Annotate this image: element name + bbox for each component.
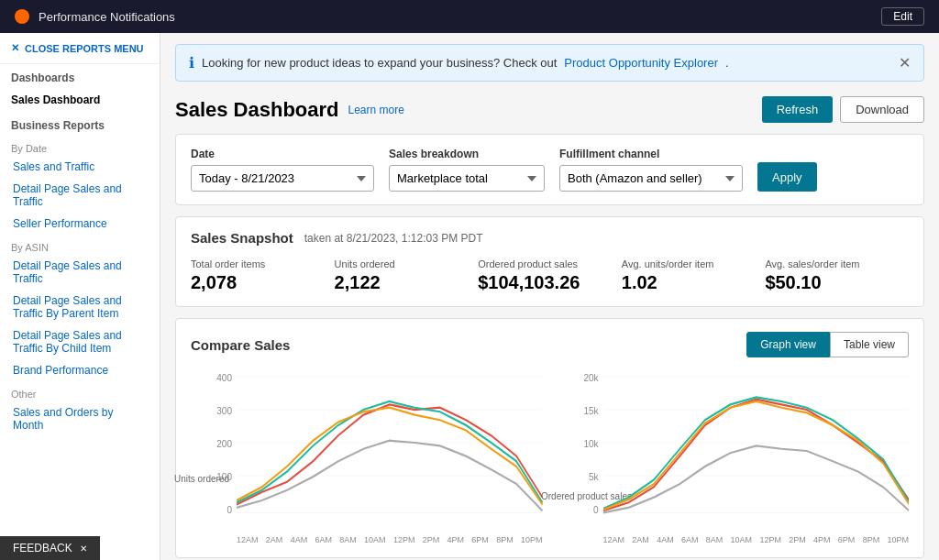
metric-label-4: Avg. sales/order item: [765, 258, 909, 269]
view-toggle: Graph view Table view: [746, 332, 909, 357]
main-layout: ✕ CLOSE REPORTS MENU Dashboards Sales Da…: [0, 33, 939, 560]
metric-avg-sales: Avg. sales/order item $50.10: [765, 258, 909, 293]
date-filter-select[interactable]: Today - 8/21/2023: [191, 165, 374, 192]
x2-tick-4am: 4AM: [657, 535, 674, 544]
graph-view-button[interactable]: Graph view: [746, 332, 830, 357]
metric-value-3: 1.02: [622, 272, 766, 293]
metric-label-1: Units ordered: [335, 258, 479, 269]
banner-text: ℹ Looking for new product ideas to expan…: [189, 54, 729, 71]
download-button[interactable]: Download: [840, 96, 924, 123]
x2-tick-10pm: 10PM: [887, 535, 909, 544]
metric-ordered-product-sales: Ordered product sales $104,103.26: [478, 258, 622, 293]
x-tick-12am: 12AM: [237, 535, 259, 544]
y-tick-20k: 20k: [558, 373, 599, 383]
units-ordered-svg: [237, 368, 543, 533]
close-reports-button[interactable]: ✕ CLOSE REPORTS MENU: [0, 33, 160, 64]
y-tick-200: 200: [191, 439, 232, 449]
topbar: Performance Notifications Edit: [0, 0, 939, 33]
page-title: Sales Dashboard: [175, 98, 339, 122]
x2-tick-12am: 12AM: [603, 535, 625, 544]
metric-label-2: Ordered product sales: [478, 258, 622, 269]
edit-button[interactable]: Edit: [881, 7, 924, 26]
metric-value-0: 2,078: [191, 272, 335, 293]
sidebar-item-detail-page-asin[interactable]: Detail Page Sales and Traffic: [0, 255, 160, 290]
close-icon: ✕: [11, 42, 19, 54]
breakdown-filter-select[interactable]: Marketplace total: [389, 165, 545, 192]
x-tick-4pm: 4PM: [447, 535, 465, 544]
feedback-close-icon: ✕: [80, 544, 87, 554]
sidebar-item-seller-performance[interactable]: Seller Performance: [0, 213, 160, 235]
x-tick-10am: 10AM: [364, 535, 386, 544]
sidebar-subsection-by-date: By Date: [0, 136, 160, 156]
channel-filter-label: Fulfillment channel: [559, 148, 743, 160]
sidebar-item-detail-page-parent[interactable]: Detail Page Sales and Traffic By Parent …: [0, 290, 160, 324]
units-ordered-chart-wrapper: Units ordered 400 300 200 100 0: [191, 368, 543, 544]
product-sales-y-axis: Ordered product sales 20k 15k 10k 5k 0: [558, 368, 603, 533]
x-tick-6pm: 6PM: [471, 535, 489, 544]
sidebar: ✕ CLOSE REPORTS MENU Dashboards Sales Da…: [0, 33, 160, 560]
x-tick-2am: 2AM: [266, 535, 283, 544]
metric-label-3: Avg. units/order item: [622, 258, 766, 269]
table-view-button[interactable]: Table view: [830, 332, 909, 357]
y-tick-300: 300: [191, 406, 232, 416]
x2-tick-10am: 10AM: [731, 535, 753, 544]
breakdown-filter-group: Sales breakdown Marketplace total: [389, 148, 545, 192]
sidebar-item-detail-page-child[interactable]: Detail Page Sales and Traffic By Child I…: [0, 324, 160, 359]
banner-suffix: .: [725, 56, 729, 70]
x-tick-4am: 4AM: [291, 535, 308, 544]
y-tick-5k: 5k: [558, 472, 599, 482]
sidebar-item-sales-traffic[interactable]: Sales and Traffic: [0, 156, 160, 178]
x2-tick-6am: 6AM: [681, 535, 699, 544]
breakdown-filter-label: Sales breakdown: [389, 148, 545, 160]
channel-filter-select[interactable]: Both (Amazon and seller): [559, 165, 743, 192]
y-tick-10k: 10k: [558, 439, 599, 449]
x-tick-2pm: 2PM: [423, 535, 440, 544]
x2-tick-12pm: 12PM: [759, 535, 781, 544]
banner-close-button[interactable]: ✕: [899, 54, 911, 71]
learn-more-link[interactable]: Learn more: [348, 104, 404, 116]
y-tick-0-2: 0: [558, 505, 599, 515]
units-ordered-chart-outer: Units ordered 400 300 200 100 0: [191, 368, 543, 533]
page-header: Sales Dashboard Learn more Refresh Downl…: [160, 89, 939, 134]
x-tick-6am: 6AM: [315, 535, 332, 544]
info-banner: ℹ Looking for new product ideas to expan…: [175, 44, 924, 82]
x2-tick-2am: 2AM: [632, 535, 649, 544]
sidebar-subsection-by-asin: By ASIN: [0, 235, 160, 255]
sidebar-item-sales-dashboard[interactable]: Sales Dashboard: [0, 88, 160, 112]
apply-button[interactable]: Apply: [757, 162, 817, 192]
x2-tick-4pm: 4PM: [813, 535, 831, 544]
compare-sales-section: Compare Sales Graph view Table view Unit…: [175, 318, 924, 558]
x2-tick-8pm: 8PM: [863, 535, 880, 544]
sidebar-item-brand-performance[interactable]: Brand Performance: [0, 359, 160, 381]
units-ordered-x-axis: 12AM 2AM 4AM 6AM 8AM 10AM 12PM 2PM 4PM 6…: [191, 533, 543, 544]
refresh-button[interactable]: Refresh: [762, 96, 834, 123]
x2-tick-2pm: 2PM: [789, 535, 806, 544]
units-ordered-chart-svg-area: [237, 368, 543, 533]
sidebar-item-detail-page-sales-traffic[interactable]: Detail Page Sales and Traffic: [0, 178, 160, 213]
product-sales-x-axis: 12AM 2AM 4AM 6AM 8AM 10AM 12PM 2PM 4PM 6…: [558, 533, 910, 544]
topbar-left: Performance Notifications: [15, 9, 175, 24]
content-area: ℹ Looking for new product ideas to expan…: [160, 33, 939, 560]
metric-total-order-items: Total order items 2,078: [191, 258, 335, 293]
banner-link[interactable]: Product Opportunity Explorer: [564, 56, 718, 70]
topbar-title: Performance Notifications: [39, 10, 175, 24]
x-tick-10pm: 10PM: [521, 535, 543, 544]
banner-message: Looking for new product ideas to expand …: [202, 56, 557, 70]
sidebar-section-dashboards: Dashboards: [0, 64, 160, 88]
filters-bar: Date Today - 8/21/2023 Sales breakdown M…: [175, 134, 924, 205]
app-logo-dot: [15, 9, 29, 24]
y-tick-15k: 15k: [558, 406, 599, 416]
sidebar-item-sales-orders-month[interactable]: Sales and Orders by Month: [0, 401, 160, 436]
feedback-label: FEEDBACK: [13, 542, 72, 555]
metric-avg-units: Avg. units/order item 1.02: [622, 258, 766, 293]
x2-tick-6pm: 6PM: [838, 535, 856, 544]
y-tick-400: 400: [191, 373, 232, 383]
compare-header: Compare Sales Graph view Table view: [191, 332, 909, 357]
compare-title: Compare Sales: [191, 337, 290, 353]
feedback-bar[interactable]: FEEDBACK ✕: [0, 536, 100, 560]
snapshot-subtitle: taken at 8/21/2023, 1:12:03 PM PDT: [304, 232, 483, 245]
snapshot-metrics: Total order items 2,078 Units ordered 2,…: [191, 258, 909, 293]
metric-value-1: 2,122: [335, 272, 479, 293]
sidebar-section-business-reports: Business Reports: [0, 112, 160, 136]
product-sales-svg: [603, 368, 910, 533]
